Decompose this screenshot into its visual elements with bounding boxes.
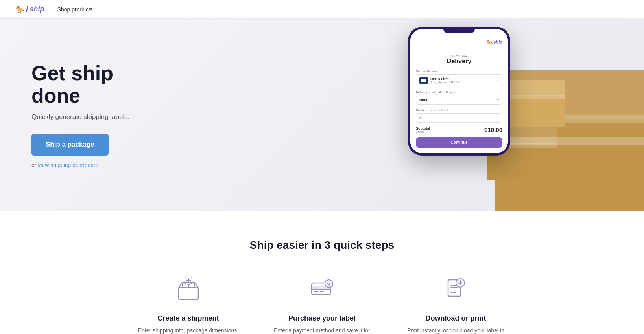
dashboard-link[interactable]: view shipping dashboard <box>38 162 98 168</box>
phone-step: STEP 4/4 Delivery <box>416 54 502 65</box>
step-create-shipment: Create a shipment Enter shipping info, p… <box>133 271 244 334</box>
small-box <box>506 80 565 127</box>
phone-subtotal: Subtotal 1 label $10.00 <box>416 127 502 133</box>
purchase-label-icon-wrap <box>304 271 340 306</box>
shop-products-link[interactable]: Shop products <box>57 6 93 13</box>
phone-delivery-select[interactable]: None ▾ <box>416 95 502 105</box>
ship-package-button[interactable]: Ship a package <box>31 134 109 156</box>
hamburger-icon: ☰ <box>416 39 421 46</box>
logo: 🐎 /ship <box>16 5 44 14</box>
download-print-name: Download or print <box>426 314 486 323</box>
phone-service-text: USPS First 2 day shipping · $10.00 <box>430 77 495 84</box>
create-shipment-name: Create a shipment <box>157 314 219 323</box>
hero-title: Get ship done <box>31 62 165 107</box>
phone-service-label: ServiceRequired <box>416 70 502 73</box>
step-purchase-label: Purchase your label Enter a payment meth… <box>267 271 377 334</box>
usps-icon <box>419 77 428 84</box>
phone-nav: ☰ 🐎/ship <box>416 37 502 48</box>
steps-title: Ship easier in 3 quick steps <box>16 239 628 251</box>
purchase-label-name: Purchase your label <box>288 314 356 323</box>
phone-delivery-label: Delivery confirmationRequired <box>416 90 502 94</box>
navbar: 🐎 /ship Shop products <box>0 0 644 19</box>
download-icon <box>442 275 470 303</box>
phone-select-arrow: ▾ <box>497 79 499 82</box>
purchase-label-desc: Enter a payment method and save it for r… <box>267 327 377 334</box>
svg-point-11 <box>325 280 333 288</box>
phone-declared-field: Declared valueOptional $ <box>416 108 502 123</box>
phone-delivery-arrow: ▾ <box>497 98 499 102</box>
phone-step-num: STEP 4/4 <box>416 54 502 58</box>
steps-section: Ship easier in 3 quick steps Create a <box>0 211 644 334</box>
phone-declared-input[interactable]: $ <box>416 113 502 123</box>
phone-mockup: ☰ 🐎/ship STEP 4/4 Delivery ServiceRequir… <box>408 27 510 156</box>
hero-visual: ☰ 🐎/ship STEP 4/4 Delivery ServiceRequir… <box>369 19 644 211</box>
phone-frame: ☰ 🐎/ship STEP 4/4 Delivery ServiceRequir… <box>408 27 510 156</box>
credit-card-icon <box>308 275 336 303</box>
download-print-icon-wrap <box>438 271 474 306</box>
logo-animal-icon: 🐎 <box>16 5 24 14</box>
phone-delivery-text: None <box>419 98 495 102</box>
phone-service-select[interactable]: USPS First 2 day shipping · $10.00 ▾ <box>416 74 502 86</box>
phone-logo: 🐎/ship <box>487 40 502 45</box>
steps-grid: Create a shipment Enter shipping info, p… <box>16 271 628 334</box>
logo-ship-text: ship <box>30 5 44 13</box>
box-tape <box>495 137 644 145</box>
download-print-desc: Print instantly, or download your label … <box>401 327 511 334</box>
logo-slash: / <box>26 5 28 14</box>
phone-declared-label: Declared valueOptional <box>416 108 502 112</box>
phone-screen: ☰ 🐎/ship STEP 4/4 Delivery ServiceRequir… <box>410 29 508 153</box>
step-download-print: Download or print Print instantly, or do… <box>401 271 511 334</box>
phone-delivery-field: Delivery confirmationRequired None ▾ <box>416 90 502 105</box>
hero-or-text: or view shipping dashboard <box>31 162 165 168</box>
create-shipment-desc: Enter shipping info, package dimensions,… <box>133 327 244 334</box>
phone-subtotal-price: $10.00 <box>484 127 502 133</box>
phone-continue-button[interactable]: Continue <box>416 137 502 148</box>
nav-divider <box>51 6 51 13</box>
hero-content: Get ship done Quickly generate shipping … <box>0 39 197 192</box>
phone-subtotal-info: Subtotal 1 label <box>416 127 430 133</box>
phone-step-title: Delivery <box>416 58 502 65</box>
hero-subtitle: Quickly generate shipping labels. <box>31 113 165 121</box>
svg-rect-0 <box>179 288 198 299</box>
create-shipment-icon-wrap <box>171 271 206 306</box>
phone-service-field: ServiceRequired USPS First 2 day shippin… <box>416 70 502 86</box>
dollar-sign: $ <box>419 116 421 120</box>
phone-notch <box>443 29 475 33</box>
hero-section: Get ship done Quickly generate shipping … <box>0 19 644 211</box>
box-open-icon <box>175 275 202 303</box>
